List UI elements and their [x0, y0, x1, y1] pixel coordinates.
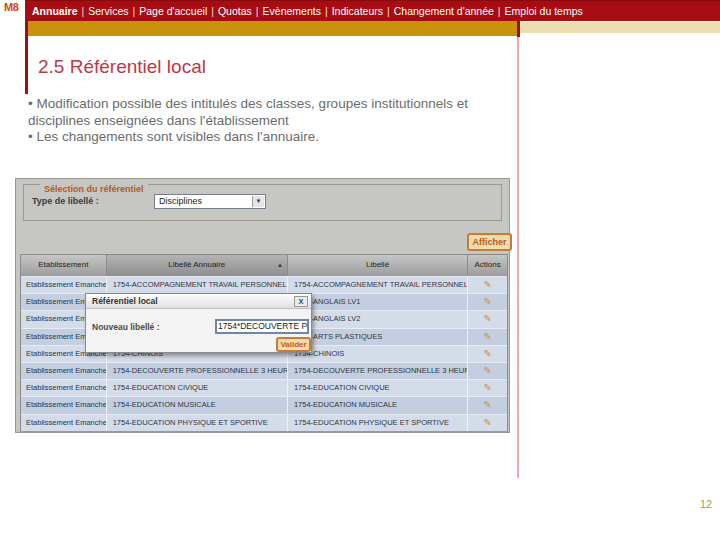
edit-pencil-icon[interactable]: ✎	[468, 380, 507, 396]
nav-separator: |	[254, 5, 261, 17]
edit-pencil-icon[interactable]: ✎	[468, 329, 507, 345]
nav-item-evenements[interactable]: Evènements	[261, 5, 323, 17]
cell-libelle: 1754-DECOUVERTE PROFESSIONNELLE 3 HEURES	[288, 363, 468, 379]
nav-item-emploi-du-temps[interactable]: Emploi du temps	[503, 5, 585, 17]
gold-accent-bar	[28, 21, 517, 36]
edit-pencil-icon[interactable]: ✎	[468, 397, 507, 413]
cell-etablissement: Etablissement Emanche	[21, 397, 107, 413]
edit-pencil-icon[interactable]: ✎	[468, 311, 507, 327]
column-header-label: Libellé Annuaire	[168, 260, 225, 269]
nav-separator: |	[209, 5, 216, 17]
nav-item-quotas[interactable]: Quotas	[216, 5, 254, 17]
nav-item-indicateurs[interactable]: Indicateurs	[330, 5, 385, 17]
page-title: 2.5 Référentiel local	[38, 56, 206, 78]
bullet-item: • Les changements sont visibles dans l'a…	[28, 129, 490, 146]
cell-etablissement: Etablissement Emanche	[21, 380, 107, 396]
column-header-etablissement[interactable]: Etablissement	[21, 255, 107, 276]
edit-pencil-icon[interactable]: ✎	[468, 294, 507, 310]
edit-pencil-icon[interactable]: ✎	[468, 346, 507, 362]
cell-libelle-annuaire: 1754-EDUCATION PHYSIQUE ET SPORTIVE	[107, 415, 288, 431]
tan-accent-bar	[520, 22, 720, 33]
cell-libelle: 1754-ARTS PLASTIQUES	[288, 329, 468, 345]
cell-libelle-annuaire: 1754-EDUCATION CIVIQUE	[107, 380, 288, 396]
cell-etablissement: Etablissement Emanche	[21, 415, 107, 431]
valider-button[interactable]: Valider	[276, 337, 311, 352]
edit-pencil-icon[interactable]: ✎	[468, 277, 507, 293]
page-number: 12	[700, 498, 712, 510]
close-icon[interactable]: X	[294, 296, 308, 307]
title-accent-line	[25, 21, 28, 94]
table-row: Etablissement Emanche 1754-EDUCATION PHY…	[21, 414, 507, 431]
presentation-slide: M8 Annuaire|Services|Page d'accueil|Quot…	[0, 0, 720, 540]
select-value: Disciplines	[159, 196, 202, 206]
chevron-down-icon[interactable]: ▼	[252, 196, 264, 207]
sort-asc-icon[interactable]: ▲	[277, 255, 283, 275]
top-navbar: Annuaire|Services|Page d'accueil|Quotas|…	[25, 0, 720, 21]
bullet-item: • Modification possible des intitulés de…	[28, 96, 490, 129]
edit-pencil-icon[interactable]: ✎	[468, 415, 507, 431]
cell-libelle: 1754-EDUCATION PHYSIQUE ET SPORTIVE	[288, 415, 468, 431]
nav-item-changement-annee[interactable]: Changement d'année	[392, 5, 496, 17]
referentiel-local-modal: Référentiel local X Nouveau libellé : 17…	[85, 293, 312, 353]
cell-libelle: 1754-ACCOMPAGNEMENT TRAVAIL PERSONNEL	[288, 277, 468, 293]
column-header-libelle[interactable]: Libellé	[288, 255, 468, 276]
nav-separator: |	[496, 5, 503, 17]
type-libelle-label: Type de libellé :	[32, 196, 99, 206]
app-screenshot: Sélection du référentiel Type de libellé…	[15, 178, 510, 433]
bullet-list: • Modification possible des intitulés de…	[28, 96, 490, 146]
cell-libelle: 1754-ANGLAIS LV1	[288, 294, 468, 310]
edit-pencil-icon[interactable]: ✎	[468, 363, 507, 379]
modal-title: Référentiel local	[92, 296, 158, 306]
table-row: Etablissement Emanche 1754-EDUCATION MUS…	[21, 396, 507, 413]
cell-libelle: 1754-CHINOIS	[288, 346, 468, 362]
column-header-libelle-annuaire[interactable]: Libellé Annuaire ▲	[107, 255, 288, 276]
cell-libelle-annuaire: 1754-EDUCATION MUSICALE	[107, 397, 288, 413]
cell-libelle: 1754-EDUCATION CIVIQUE	[288, 380, 468, 396]
nouveau-libelle-input[interactable]: 1754*DECOUVERTE P	[215, 319, 309, 334]
right-accent-line-top	[517, 21, 520, 37]
cell-libelle: 1754-EDUCATION MUSICALE	[288, 397, 468, 413]
nav-separator: |	[385, 5, 392, 17]
cell-libelle: 1754-ANGLAIS LV2	[288, 311, 468, 327]
cell-libelle-annuaire: 1754-ACCOMPAGNEMENT TRAVAIL PERSONNEL	[107, 277, 288, 293]
m8-logo: M8	[4, 1, 18, 13]
right-accent-line	[517, 37, 519, 478]
nav-item-services[interactable]: Services	[86, 5, 130, 17]
nouveau-libelle-label: Nouveau libellé :	[92, 322, 160, 332]
afficher-button[interactable]: Afficher	[467, 233, 512, 251]
type-libelle-select[interactable]: Disciplines ▼	[154, 194, 266, 209]
cell-libelle-annuaire: 1754-DECOUVERTE PROFESSIONNELLE 3 HEURES	[107, 363, 288, 379]
nav-item-page-accueil[interactable]: Page d'accueil	[137, 5, 209, 17]
column-header-actions: Actions	[468, 255, 507, 276]
fieldset-legend: Sélection du référentiel	[40, 184, 148, 194]
table-row: Etablissement Emanche 1754-ACCOMPAGNEMEN…	[21, 276, 507, 293]
table-row: Etablissement Emanche 1754-EDUCATION CIV…	[21, 379, 507, 396]
cell-etablissement: Etablissement Emanche	[21, 363, 107, 379]
nav-separator: |	[323, 5, 330, 17]
nav-item-annuaire[interactable]: Annuaire	[30, 5, 80, 17]
cell-etablissement: Etablissement Emanche	[21, 277, 107, 293]
modal-titlebar[interactable]: Référentiel local X	[86, 294, 311, 309]
table-header-row: Etablissement Libellé Annuaire ▲ Libellé…	[21, 255, 507, 276]
table-row: Etablissement Emanche 1754-DECOUVERTE PR…	[21, 362, 507, 379]
